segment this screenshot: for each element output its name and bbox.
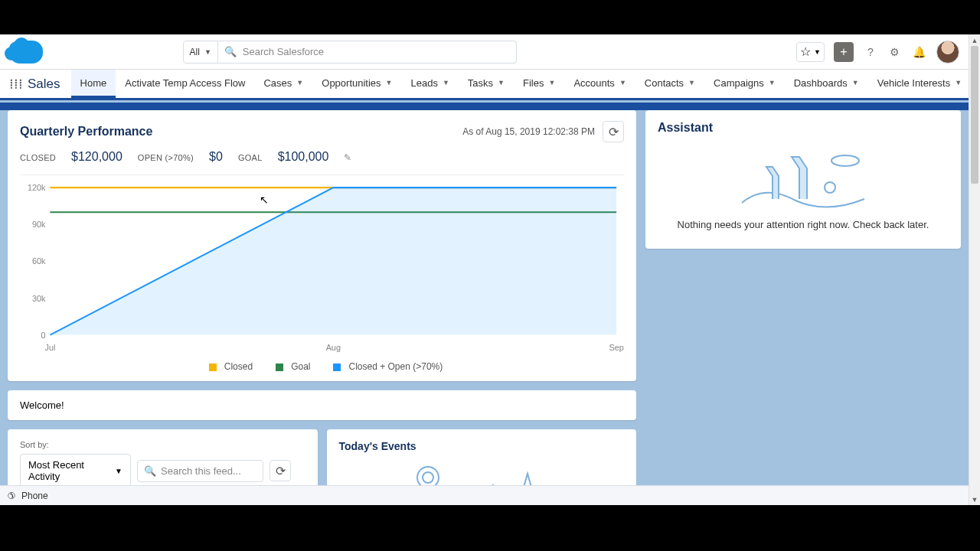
feed-refresh-button[interactable]: ⟳	[270, 460, 291, 481]
chevron-down-icon: ▼	[386, 79, 393, 86]
chevron-down-icon: ▼	[688, 79, 695, 86]
gear-icon: ⚙	[890, 46, 900, 58]
waffle-icon: ⁞⁞⁞	[9, 76, 23, 93]
refresh-button[interactable]: ⟳	[603, 121, 624, 142]
closed-value: $120,000	[71, 150, 122, 164]
closed-label: CLOSED	[20, 153, 56, 162]
svg-text:0: 0	[41, 331, 46, 340]
welcome-text: Welcome!	[20, 399, 64, 411]
salesforce-logo	[9, 41, 43, 64]
chevron-down-icon: ▼	[619, 79, 626, 86]
chevron-down-icon: ▼	[814, 48, 821, 56]
utility-phone-button[interactable]: Phone	[21, 491, 48, 501]
phone-icon: ✆	[8, 491, 15, 501]
feed-card: Sort by: Most Recent Activity ▼ 🔍 Search…	[8, 429, 318, 485]
assistant-card: Assistant Nothing	[645, 110, 961, 249]
nav-item-label: Files	[523, 77, 544, 89]
nav-item-label: Vehicle Interests	[877, 77, 950, 89]
nav-item-files[interactable]: Files▼	[514, 70, 564, 98]
feed-search-placeholder: Search this feed...	[161, 465, 241, 477]
nav-item-contacts[interactable]: Contacts▼	[635, 70, 704, 98]
nav-item-vehicle-interests[interactable]: Vehicle Interests▼	[868, 70, 971, 98]
quarterly-performance-card: ↖ Quarterly Performance As of Aug 15, 20…	[8, 110, 636, 381]
nav-item-label: Activate Temp Access Flow	[125, 77, 245, 89]
search-placeholder: Search Salesforce	[243, 46, 324, 57]
open-label: OPEN (>70%)	[138, 153, 194, 162]
nav-item-activate-temp-access-flow[interactable]: Activate Temp Access Flow	[116, 70, 254, 98]
assistant-empty-illustration	[658, 145, 949, 214]
favorites-dropdown[interactable]: ☆ ▼	[796, 42, 825, 62]
feed-sort-select[interactable]: Most Recent Activity ▼	[20, 454, 131, 485]
nav-item-label: Home	[80, 77, 107, 89]
plus-icon: +	[840, 45, 847, 59]
global-add-button[interactable]: +	[834, 42, 854, 62]
refresh-icon: ⟳	[276, 464, 286, 478]
scroll-up-icon: ▲	[969, 34, 980, 46]
app-launcher-button[interactable]: ⁞⁞⁞	[9, 70, 23, 98]
help-button[interactable]: ?	[863, 44, 878, 60]
global-search-input[interactable]: 🔍 Search Salesforce	[218, 41, 517, 64]
events-card: Today's Events	[327, 429, 637, 485]
nav-item-tasks[interactable]: Tasks▼	[459, 70, 514, 98]
context-navbar: ⁞⁞⁞ Sales HomeActivate Temp Access FlowC…	[0, 70, 969, 100]
feed-search-input[interactable]: 🔍 Search this feed...	[137, 460, 263, 482]
nav-item-opportunities[interactable]: Opportunities▼	[312, 70, 401, 98]
events-empty-illustration	[339, 458, 625, 485]
chevron-down-icon: ▼	[296, 79, 303, 86]
chevron-down-icon: ▼	[115, 467, 122, 475]
svg-point-9	[831, 155, 859, 166]
nav-item-leads[interactable]: Leads▼	[402, 70, 459, 98]
nav-item-label: Accounts	[573, 77, 614, 89]
user-avatar[interactable]	[936, 41, 959, 64]
chevron-down-icon: ▼	[852, 79, 859, 86]
bell-icon: 🔔	[913, 46, 926, 58]
chevron-down-icon: ▼	[204, 48, 211, 56]
assistant-title: Assistant	[658, 121, 949, 135]
nav-item-label: Contacts	[645, 77, 684, 89]
svg-point-14	[423, 472, 433, 483]
edit-goal-button[interactable]: ✎	[344, 152, 351, 163]
notifications-button[interactable]: 🔔	[912, 44, 927, 60]
chevron-down-icon: ▼	[955, 79, 962, 86]
scroll-thumb[interactable]	[971, 46, 978, 184]
chevron-down-icon: ▼	[498, 79, 505, 86]
setup-button[interactable]: ⚙	[887, 44, 903, 60]
sortby-label: Sort by:	[20, 440, 305, 449]
nav-item-label: Campaigns	[714, 77, 764, 89]
page-scrollbar[interactable]: ▲ ▼	[969, 34, 980, 505]
question-icon: ?	[867, 46, 874, 58]
nav-item-label: Leads	[411, 77, 438, 89]
perf-title: Quarterly Performance	[20, 125, 152, 139]
svg-point-10	[825, 182, 835, 193]
nav-item-cases[interactable]: Cases▼	[254, 70, 312, 98]
svg-marker-8	[50, 187, 616, 334]
svg-text:90k: 90k	[32, 220, 46, 229]
svg-text:30k: 30k	[32, 293, 46, 302]
svg-text:Jul: Jul	[45, 343, 56, 352]
nav-item-label: Tasks	[468, 77, 493, 89]
global-header: All ▼ 🔍 Search Salesforce ☆ ▼ + ? ⚙ 🔔	[0, 34, 969, 70]
nav-item-home[interactable]: Home	[71, 70, 116, 98]
search-icon: 🔍	[144, 465, 156, 477]
open-value: $0	[209, 150, 223, 164]
perf-chart: 030k60k90k120kJulAugSep	[20, 174, 624, 358]
nav-item-accounts[interactable]: Accounts▼	[564, 70, 635, 98]
nav-item-label: Dashboards	[794, 77, 848, 89]
utility-bar: ✆ Phone	[0, 485, 969, 505]
perf-asof: As of Aug 15, 2019 12:02:38 PM	[462, 126, 595, 137]
svg-text:Aug: Aug	[326, 343, 341, 352]
star-icon: ☆	[800, 44, 811, 59]
search-scope-label: All	[190, 47, 200, 57]
nav-item-dashboards[interactable]: Dashboards▼	[785, 70, 868, 98]
nav-item-campaigns[interactable]: Campaigns▼	[704, 70, 785, 98]
feed-sort-value: Most Recent Activity	[28, 459, 115, 482]
chevron-down-icon: ▼	[443, 79, 449, 86]
pencil-icon: ✎	[344, 152, 351, 163]
search-scope-dropdown[interactable]: All ▼	[183, 41, 218, 64]
search-icon: 🔍	[224, 46, 237, 57]
goal-value: $100,000	[278, 150, 329, 164]
svg-text:Sep: Sep	[609, 343, 623, 352]
refresh-icon: ⟳	[609, 125, 619, 139]
app-name: Sales	[23, 70, 71, 98]
svg-text:120k: 120k	[28, 183, 46, 192]
